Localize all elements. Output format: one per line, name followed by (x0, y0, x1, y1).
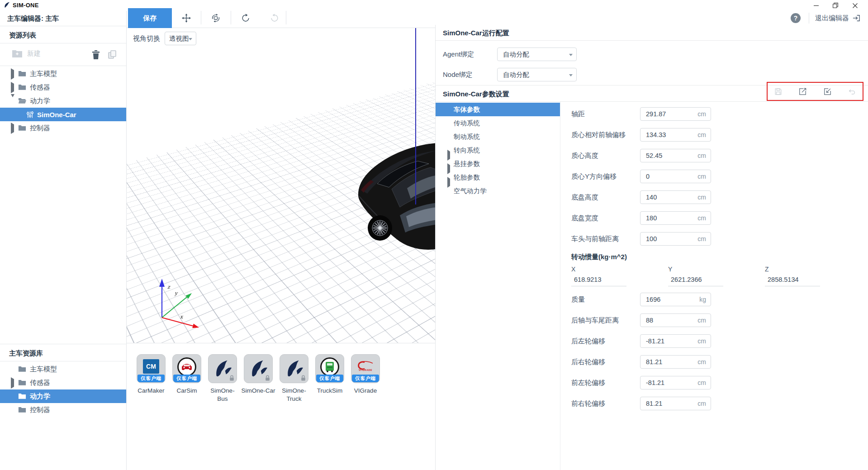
param-label: 底盘高度 (571, 193, 640, 202)
trash-icon (91, 50, 101, 60)
chevron-right-icon[interactable] (11, 70, 14, 78)
param-row-rear-overhang: 后轴与车尾距离 cm (571, 310, 868, 331)
library-item-controllers[interactable]: 控制器 (0, 403, 126, 417)
param-row-chassis-height: 底盘高度 cm (571, 187, 868, 208)
param-label: 质心相对前轴偏移 (571, 131, 640, 139)
floppy-disk-icon (774, 87, 783, 96)
param-row-cog-y-offset: 质心Y方向偏移 cm (571, 166, 868, 187)
chevron-down-icon (569, 74, 573, 76)
inertia-axis-label: Z (765, 266, 863, 275)
category-aerodynamics[interactable]: 空气动力学 (436, 184, 560, 198)
client-only-badge: 仅客户端 (352, 375, 379, 382)
inertia-title: 转动惯量(kg·m^2) (571, 253, 868, 264)
tree-item-simone-car[interactable]: SimOne-Car (0, 108, 126, 121)
rotate-tool-button[interactable] (211, 13, 221, 23)
vehicle-library-title: 主车资源库 (0, 344, 126, 361)
library-item-dynamics[interactable]: 动力学 (0, 389, 126, 403)
folder-icon (18, 366, 26, 372)
carmaker-logo: CM (143, 359, 159, 374)
run-config-title: SimOne-Car运行配置 (436, 25, 868, 41)
redo-icon (241, 13, 251, 23)
category-tires[interactable]: 轮胎参数 (436, 171, 560, 184)
chevron-right-icon[interactable] (11, 379, 14, 387)
vehicle-tile-simone-car[interactable] (244, 354, 273, 383)
rear-wheel (368, 215, 392, 241)
tree-item-label: 传感器 (30, 83, 50, 92)
export-params-button[interactable] (798, 87, 807, 96)
undo-icon (270, 13, 280, 23)
new-resource-label: 新建 (27, 49, 41, 58)
vehicle-tile-simone-truck[interactable] (280, 354, 308, 383)
tree-item-vehicle-model[interactable]: 主车模型 (0, 67, 126, 81)
reset-params-button[interactable] (848, 87, 856, 96)
category-body-params[interactable]: 车体参数 (436, 103, 560, 116)
param-label: 前右轮偏移 (571, 399, 640, 408)
restore-button[interactable] (827, 0, 844, 11)
minimize-button[interactable] (808, 0, 824, 11)
tree-item-dynamics[interactable]: 动力学 (0, 94, 126, 108)
category-label: 制动系统 (454, 130, 480, 143)
category-steering[interactable]: 转向系统 (436, 143, 560, 157)
category-label: 转向系统 (454, 143, 480, 157)
vehicle-item-simone-truck: SimOne-Truck (280, 354, 308, 403)
vehicle-tile-carmaker[interactable]: CM 仅客户端 (137, 354, 166, 383)
vehicle-tile-trucksim[interactable]: 仅客户端 (315, 354, 344, 383)
undo-arrow-icon (848, 87, 856, 96)
tree-item-sensors[interactable]: 传感器 (0, 81, 126, 94)
inertia-y-input[interactable] (668, 275, 723, 286)
annotation-highlight-box (767, 82, 863, 101)
category-braking[interactable]: 制动系统 (436, 130, 560, 143)
agent-binding-select[interactable]: 自动分配 (497, 47, 577, 61)
save-button[interactable]: 保存 (128, 8, 172, 28)
library-item-vehicle-model[interactable]: 主车模型 (0, 362, 126, 376)
vehicle-tile-carsim[interactable]: 仅客户端 (172, 354, 201, 383)
category-label: 空气动力学 (454, 184, 487, 198)
client-only-badge: 仅客户端 (173, 375, 200, 382)
viewport-3d[interactable]: z y x 视角切换 透视图 (127, 28, 435, 343)
left-sidebar: 主车编辑器: 主车 资源列表 新建 主车模型 (0, 11, 127, 470)
chevron-right-icon[interactable] (11, 84, 14, 91)
copy-button[interactable] (108, 50, 118, 60)
vehicle-library-panel: CM 仅客户端 CarMaker 仅客户端 CarSim SimOne-Bus (127, 343, 435, 470)
node-binding-value: 自动分配 (503, 71, 529, 78)
save-params-button[interactable] (774, 87, 783, 96)
toolbar-divider (231, 11, 231, 24)
rotate-object-icon (211, 13, 221, 23)
app-logo: SIM-ONE (4, 1, 39, 9)
redo-button[interactable] (241, 13, 251, 23)
param-label: 质心Y方向偏移 (571, 172, 640, 181)
inertia-z-input[interactable] (765, 275, 820, 286)
open-folder-icon (18, 97, 27, 104)
right-config-panel: SimOne-Car运行配置 Agent绑定 自动分配 Node绑定 自动分配 … (435, 25, 868, 470)
folder-icon (18, 70, 26, 77)
view-mode-select[interactable]: 透视图 (165, 32, 196, 45)
vehicle-library-row: CM 仅客户端 CarMaker 仅客户端 CarSim SimOne-Bus (137, 354, 387, 403)
delete-button[interactable] (91, 50, 101, 60)
library-item-sensors[interactable]: 传感器 (0, 376, 126, 389)
node-binding-select[interactable]: 自动分配 (497, 68, 577, 81)
param-unit: cm (697, 379, 706, 386)
param-unit: cm (697, 400, 706, 407)
param-label: 质心高度 (571, 152, 640, 160)
help-button[interactable]: ? (790, 13, 801, 24)
exit-editor-button[interactable]: 退出编辑器 (815, 13, 861, 24)
new-resource-button[interactable]: 新建 (12, 49, 41, 58)
vehicle-tile-vigrade[interactable]: VI-GRADE 仅客户端 (351, 354, 380, 383)
category-suspension[interactable]: 悬挂参数 (436, 157, 560, 171)
import-params-button[interactable] (823, 87, 832, 96)
chevron-down-icon[interactable] (11, 97, 14, 105)
tree-item-controllers[interactable]: 控制器 (0, 121, 126, 135)
chevron-right-icon[interactable] (11, 124, 14, 132)
param-unit: cm (697, 173, 706, 180)
vehicle-item-simone-car: SimOne-Car (244, 354, 273, 403)
move-tool-button[interactable] (181, 13, 191, 23)
tree-item-label: 传感器 (30, 379, 50, 387)
inertia-x-col: X (571, 266, 668, 286)
undo-button[interactable] (270, 13, 280, 23)
close-button[interactable] (847, 0, 863, 11)
param-category-list: 车体参数 传动系统 制动系统 转向系统 悬挂参数 轮胎参数 空气动力学 (436, 102, 560, 470)
vehicle-tile-simone-bus[interactable] (208, 354, 237, 383)
category-drivetrain[interactable]: 传动系统 (436, 116, 560, 130)
vehicle-3d-model[interactable] (356, 136, 435, 256)
inertia-x-input[interactable] (571, 275, 626, 286)
